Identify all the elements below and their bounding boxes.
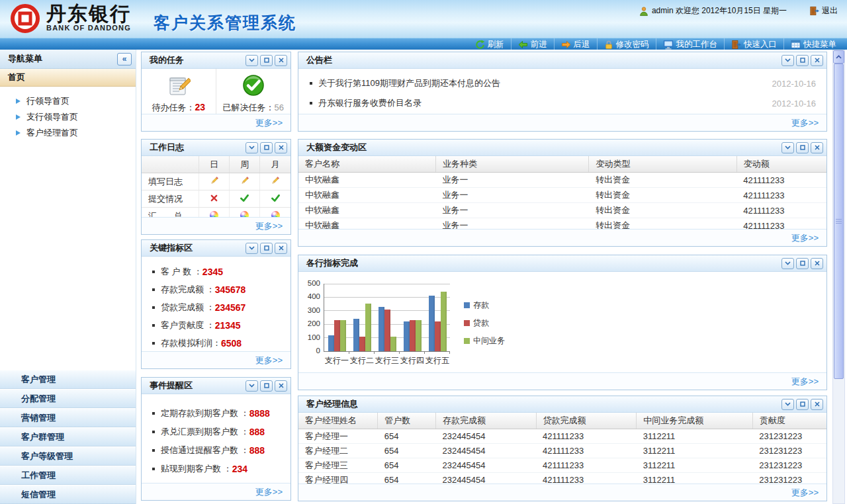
collapse-panel-button[interactable] [245,142,258,153]
panel-header: 客户经理信息 [298,396,826,413]
sidebar-item-客户群管理[interactable]: 客户群管理 [0,427,136,446]
more-link[interactable]: 更多>> [791,117,819,129]
close-panel-button[interactable] [811,142,823,153]
table-cell: 客户经理四 [298,473,378,484]
close-panel-button[interactable] [275,380,287,392]
collapse-panel-button[interactable] [781,399,794,410]
maximize-panel-button[interactable] [796,55,809,66]
sidebar-item-客户经理首页[interactable]: 客户经理首页 [0,125,136,141]
sidebar-item-label: 行领导首页 [26,95,69,107]
toolbar-button-monitor[interactable]: 我的工作台 [656,38,725,50]
bullet-icon [152,288,155,291]
item-label: 存款完成额 ： [161,284,215,296]
logout-button[interactable]: 退出 [809,5,838,17]
bar-贷款-支行二 [359,337,365,351]
x-tick-label: 支行五 [425,355,450,366]
legend-label: 贷款 [473,317,489,329]
toolbar-button-refresh[interactable]: 刷新 [468,38,512,50]
done-tasks: 已解决任务：56 [216,69,291,114]
scrollbar-thumb[interactable] [834,63,844,379]
more-link[interactable]: 更多>> [255,486,283,498]
bank-name: 丹东银行 [46,4,131,24]
table-cell: 转出资金 [589,203,736,218]
ball-icon [199,208,230,218]
collapse-panel-button[interactable] [781,258,794,269]
collapse-sidebar-button[interactable]: « [117,53,132,65]
maximize-panel-button[interactable] [260,243,273,254]
toolbar-button-lock[interactable]: 修改密码 [598,38,656,50]
scroll-up-button[interactable] [833,50,844,63]
sidebar-item-行领导首页[interactable]: 行领导首页 [0,93,136,109]
window-controls [781,258,823,269]
sidebar-item-客户管理[interactable]: 客户管理 [0,370,136,389]
sidebar-item-home[interactable]: 首页 [0,69,136,87]
maximize-panel-button[interactable] [796,399,809,410]
check-icon [260,190,290,208]
more-link[interactable]: 更多>> [255,355,283,366]
table-cell: 421111233 [536,444,637,458]
vertical-scrollbar[interactable] [832,50,845,504]
announcement-link[interactable]: 丹东银行服务收费价目名录 [318,97,772,109]
sidebar-item-支行领导首页[interactable]: 支行领导首页 [0,109,136,125]
table-row: 中软融鑫业务一转出资金421111233 [298,188,826,203]
table-cell: 232445454 [435,429,536,444]
close-panel-button[interactable] [275,142,287,153]
table-cell: 232445454 [435,458,536,473]
sidebar-item-分配管理[interactable]: 分配管理 [0,389,136,408]
close-panel-button[interactable] [275,55,287,66]
sidebar-item-客户等级管理[interactable]: 客户等级管理 [0,446,136,466]
table-cell: 客户经理二 [298,444,378,458]
panel-header: 我的任务 [142,52,290,69]
more-link[interactable]: 更多>> [255,220,283,232]
close-panel-button[interactable] [811,399,823,410]
close-panel-button[interactable] [811,55,823,66]
toolbar-button-forward[interactable]: 前进 [512,38,555,50]
collapse-panel-button[interactable] [781,55,794,66]
maximize-panel-button[interactable] [260,142,273,153]
maximize-panel-button[interactable] [796,258,809,269]
bullet-icon [152,449,155,452]
panel-title: 我的任务 [150,54,184,66]
collapse-panel-button[interactable] [245,55,258,66]
more-link[interactable]: 更多>> [791,487,819,499]
column-header: 管户数 [378,413,436,429]
item-value: 21345 [215,320,241,331]
collapse-panel-button[interactable] [245,243,258,254]
more-link[interactable]: 更多>> [255,117,283,129]
bar-中间业务-支行四 [416,320,422,351]
sidebar-item-营销管理[interactable]: 营销管理 [0,408,136,427]
maximize-panel-button[interactable] [260,55,273,66]
announcement-link[interactable]: 关于我行第1109期理财产品到期还本付息的公告 [318,77,772,89]
toolbar-button-menu[interactable]: 快捷菜单 [784,38,843,50]
refresh-icon [475,40,485,50]
table-cell: 654 [378,444,436,458]
collapse-panel-button[interactable] [245,380,258,392]
list-item: 定期存款到期客户数 ：8888 [150,407,290,419]
table-cell: 转出资金 [589,188,736,203]
column-header: 月 [260,156,290,173]
toolbar-button-label: 刷新 [488,39,504,50]
collapse-panel-button[interactable] [781,142,794,153]
close-panel-button[interactable] [275,243,287,254]
sidebar-item-工作管理[interactable]: 工作管理 [0,466,136,485]
list-item: 贴现到期客户数 ：234 [150,463,290,475]
more-link[interactable]: 更多>> [791,232,819,244]
item-label: 承兑汇票到期客户数 ： [161,426,249,438]
table-cell: 231231223 [752,473,826,484]
sidebar-title: 导航菜单 [8,53,42,65]
maximize-panel-button[interactable] [796,142,809,153]
more-link[interactable]: 更多>> [791,376,819,388]
close-panel-button[interactable] [811,258,823,269]
toolbar-button-back[interactable]: 后退 [555,38,598,50]
maximize-panel-button[interactable] [260,380,273,392]
row-label: 填写日志 [142,173,199,190]
column-header: 客户经理姓名 [298,413,378,429]
item-label: 贴现到期客户数 ： [161,463,232,475]
item-value: 6508 [221,338,242,349]
y-tick-label: 400 [302,292,320,300]
toolbar-button-door[interactable]: 快速入口 [725,38,784,50]
pencil-icon [260,173,290,190]
sidebar-item-短信管理[interactable]: 短信管理 [0,485,136,504]
column-header: 业务种类 [435,156,588,173]
bar-贷款-支行一 [334,320,340,351]
